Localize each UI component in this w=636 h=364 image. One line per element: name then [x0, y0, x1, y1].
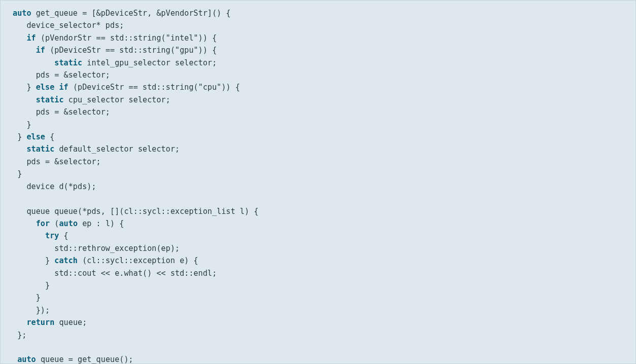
code-content: auto get_queue = [&pDeviceStr, &pVendorS… [13, 9, 259, 364]
code-keyword: if [26, 33, 36, 43]
code-keyword: static [54, 58, 82, 67]
code-keyword: auto [59, 219, 78, 228]
code-keyword: catch [54, 256, 78, 265]
code-keyword: else if [36, 83, 68, 92]
code-keyword: for [36, 219, 50, 228]
code-keyword: static [36, 95, 64, 104]
code-keyword: static [26, 144, 54, 154]
code-keyword: auto [13, 9, 31, 18]
code-keyword: try [45, 231, 59, 240]
code-keyword: if [36, 46, 45, 55]
code-block: auto get_queue = [&pDeviceStr, &pVendorS… [0, 0, 636, 364]
code-keyword: else [26, 132, 45, 141]
code-keyword: auto [17, 355, 36, 364]
code-keyword: return [26, 318, 54, 327]
